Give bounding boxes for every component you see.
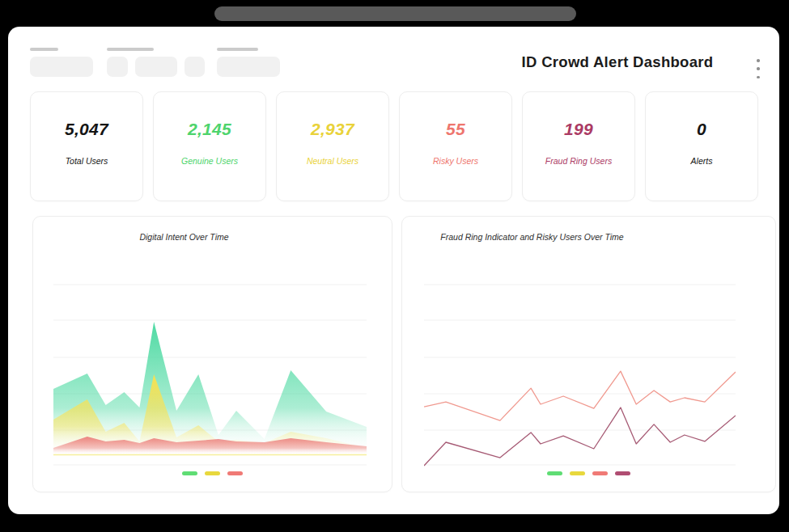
stat-label: Genuine Users <box>154 156 265 166</box>
stat-value: 55 <box>400 120 511 139</box>
stat-value: 2,937 <box>277 120 388 139</box>
line-chart-canvas <box>424 276 736 470</box>
stat-card-fraud-ring-users: 199 Fraud Ring Users <box>522 91 635 201</box>
skeleton-label <box>217 48 258 51</box>
chart-card-digital-intent: Digital Intent Over Time <box>32 216 392 492</box>
stat-value: 0 <box>646 120 757 139</box>
legend-item[interactable] <box>615 471 630 475</box>
window-drag-handle[interactable] <box>214 6 576 21</box>
stat-label: Risky Users <box>400 156 511 166</box>
nav-skeleton-group <box>217 48 280 77</box>
stat-card-alerts: 0 Alerts <box>645 91 758 201</box>
desktop-background: ID Crowd Alert Dashboard 5,047 Total Use… <box>0 0 789 532</box>
skeleton-label <box>107 48 154 51</box>
skeleton-control <box>185 57 205 77</box>
stat-value: 2,145 <box>154 120 265 139</box>
stat-card-neutral-users: 2,937 Neutral Users <box>276 91 389 201</box>
stat-value: 5,047 <box>31 120 142 139</box>
stat-card-genuine-users: 2,145 Genuine Users <box>153 91 266 201</box>
skeleton-control <box>30 57 93 77</box>
legend-item[interactable] <box>227 471 243 475</box>
chart-card-fraud-ring: Fraud Ring Indicator and Risky Users Ove… <box>401 216 776 492</box>
kebab-menu-icon[interactable] <box>753 59 764 78</box>
page-title: ID Crowd Alert Dashboard <box>456 53 779 71</box>
nav-skeleton-group <box>30 48 93 77</box>
stat-card-risky-users: 55 Risky Users <box>399 91 512 201</box>
chart-legend <box>33 471 392 475</box>
stat-value: 199 <box>523 120 634 139</box>
skeleton-control <box>135 57 177 77</box>
skeleton-control <box>217 57 280 77</box>
stats-row: 5,047 Total Users 2,145 Genuine Users 2,… <box>30 91 758 201</box>
area-chart-canvas <box>53 276 367 470</box>
stat-label: Alerts <box>646 156 757 166</box>
chart-title: Fraud Ring Indicator and Risky Users Ove… <box>346 232 719 242</box>
chart-legend <box>402 471 775 475</box>
legend-item[interactable] <box>547 471 562 475</box>
stat-label: Neutral Users <box>277 156 388 166</box>
legend-item[interactable] <box>182 471 197 475</box>
legend-item[interactable] <box>570 471 585 475</box>
stat-label: Total Users <box>31 156 142 166</box>
skeleton-label <box>30 48 58 51</box>
stat-card-total-users: 5,047 Total Users <box>30 91 143 201</box>
chart-title: Digital Intent Over Time <box>5 232 363 242</box>
legend-item[interactable] <box>205 471 220 475</box>
dashboard-window: ID Crowd Alert Dashboard 5,047 Total Use… <box>8 27 779 514</box>
stat-label: Fraud Ring Users <box>523 156 634 166</box>
legend-item[interactable] <box>592 471 608 475</box>
skeleton-control <box>107 57 128 77</box>
nav-skeleton-group <box>107 48 205 77</box>
